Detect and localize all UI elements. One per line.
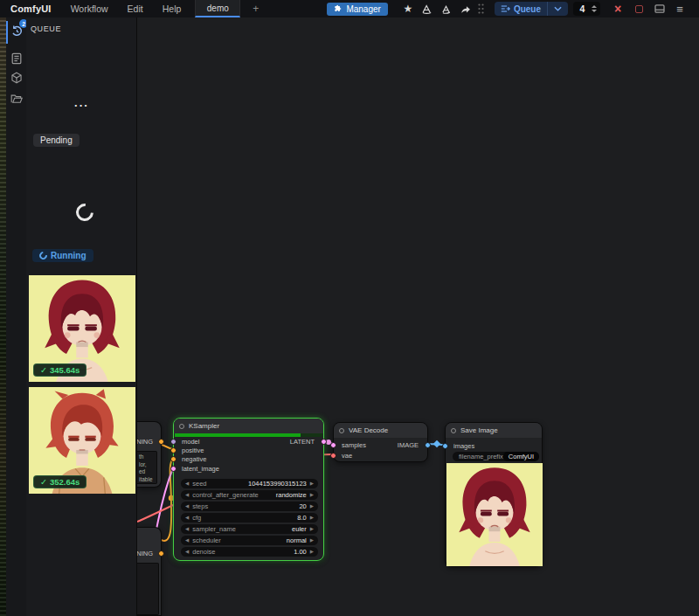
workflow-tabstrip: demo [195, 0, 240, 17]
prompt-line: ed [139, 468, 145, 474]
chevron-down-icon [554, 6, 562, 11]
node-title: KSampler [189, 422, 219, 430]
ksampler-node[interactable]: KSampler model positive negative latent_… [173, 418, 324, 561]
queue-overflow-button[interactable]: ... [26, 96, 137, 109]
stylized-a-icon-1[interactable] [418, 2, 437, 16]
menu-help[interactable]: Help [163, 3, 182, 14]
scheduler-widget[interactable]: ◀ scheduler normal ▶ [181, 536, 318, 545]
conditioning-output-label: NING [137, 550, 153, 557]
queue-result-thumbnail-1[interactable]: ✓ 345.64s [29, 275, 135, 382]
running-label-text: Running [51, 251, 87, 260]
share-arrow-icon[interactable] [456, 2, 475, 16]
denoise-widget[interactable]: ◀ denoise 1.00 ▶ [181, 547, 318, 557]
bottom-panel-toggle-icon[interactable] [650, 2, 669, 16]
collapse-dot-icon[interactable] [451, 428, 456, 433]
stop-icon[interactable] [635, 5, 643, 13]
widget-right-arrow[interactable]: ▶ [310, 538, 314, 543]
negative-input-dot[interactable] [170, 456, 176, 462]
cancel-run-button[interactable]: × [607, 2, 628, 16]
vae-input-dot[interactable] [330, 453, 336, 459]
clip-text-encode-node-2[interactable]: NING [137, 527, 162, 616]
drag-handle[interactable] [475, 2, 488, 16]
queue-tab-icon[interactable]: 2 [9, 23, 24, 38]
vae-decode-header[interactable]: VAE Decode [334, 423, 427, 438]
negative-input-label: negative [182, 455, 206, 463]
samples-input-dot[interactable] [330, 442, 336, 448]
node-title: Save Image [460, 426, 498, 434]
save-image-node[interactable]: Save Image images filename_prefix ComfyU… [445, 422, 543, 567]
decrement-icon[interactable] [592, 10, 597, 12]
widget-left-arrow[interactable]: ◀ [185, 493, 189, 498]
widget-left-arrow[interactable]: ◀ [185, 481, 189, 487]
node-title: VAE Decode [349, 426, 388, 434]
increment-decrement-icons[interactable] [592, 5, 600, 12]
prompt-textarea[interactable]: thlor,editable [137, 451, 157, 484]
filename-prefix-widget[interactable]: filename_prefix ComfyUI [453, 452, 536, 461]
saved-image-preview[interactable] [446, 463, 543, 566]
star-icon[interactable]: ★ [398, 2, 418, 16]
steps-widget[interactable]: ◀ steps 20 ▶ [181, 502, 318, 511]
latent-output-label: LATENT [290, 438, 315, 446]
clip-text-encode-node-1[interactable]: NING thlor,editable [137, 421, 162, 488]
pending-section-label[interactable]: Pending [33, 134, 80, 147]
app-logo[interactable]: ComfyUI [10, 3, 52, 14]
queue-result-thumbnail-2[interactable]: ✓ 352.64s [29, 387, 135, 494]
conditioning-output-dot[interactable] [158, 439, 164, 445]
sidebar-icon-rail: 2 [6, 17, 26, 616]
widget-left-arrow[interactable]: ◀ [185, 538, 189, 543]
model-input-label: model [182, 438, 199, 446]
widget-right-arrow[interactable]: ▶ [310, 527, 314, 532]
progress-fill [175, 433, 301, 437]
widget-left-arrow[interactable]: ◀ [185, 527, 189, 532]
model-library-icon[interactable] [9, 70, 24, 86]
latent-image-input-dot[interactable] [170, 466, 176, 472]
stylized-a-icon-2[interactable] [437, 2, 456, 16]
ksampler-header[interactable]: KSampler [174, 419, 323, 433]
queue-dropdown-button[interactable] [548, 6, 568, 11]
widget-right-arrow[interactable]: ▶ [310, 550, 314, 555]
menu-edit[interactable]: Edit [128, 3, 143, 14]
batch-count-stepper[interactable]: 4 [573, 2, 600, 16]
widget-right-arrow[interactable]: ▶ [310, 481, 314, 487]
menu-workflow[interactable]: Workflow [71, 3, 108, 14]
widget-left-arrow[interactable]: ◀ [185, 516, 189, 521]
widget-right-arrow[interactable]: ▶ [310, 493, 314, 498]
conditioning-output-dot[interactable] [158, 550, 164, 557]
queue-panel-title: QUEUE [31, 24, 61, 33]
control-after-generate-widget[interactable]: ◀ control_after_generate randomize ▶ [181, 490, 318, 500]
running-section-label[interactable]: Running [32, 249, 93, 262]
latent-output-dot[interactable] [321, 439, 327, 445]
increment-icon[interactable] [592, 5, 597, 8]
collapse-dot-icon[interactable] [339, 428, 344, 433]
prompt-textarea[interactable] [137, 563, 159, 615]
prompt-line: th [139, 453, 143, 460]
manager-button[interactable]: Manager [327, 3, 387, 16]
sampler-name-widget[interactable]: ◀ sampler_name euler ▶ [181, 524, 318, 534]
widget-right-arrow[interactable]: ▶ [310, 516, 314, 521]
widget-left-arrow[interactable]: ◀ [185, 504, 189, 509]
queue-button-label: Queue [514, 4, 541, 14]
cfg-widget[interactable]: ◀ cfg 8.0 ▶ [181, 513, 318, 523]
workflows-folder-icon[interactable] [9, 91, 24, 107]
tab-demo[interactable]: demo [195, 0, 240, 17]
menu-icon[interactable]: ≡ [669, 3, 690, 16]
image-output-label: IMAGE [398, 441, 419, 449]
batch-count-value: 4 [573, 3, 592, 14]
positive-input-dot[interactable] [170, 447, 176, 453]
new-workflow-button[interactable]: + [253, 3, 259, 15]
samples-input-label: samples [342, 441, 366, 449]
image-output-dot[interactable] [425, 442, 431, 448]
images-input-dot[interactable] [442, 443, 448, 449]
widget-right-arrow[interactable]: ▶ [310, 504, 314, 509]
model-input-dot[interactable] [170, 439, 176, 445]
node-graph-canvas[interactable]: NING thlor,editable NING KSampler model … [137, 17, 699, 616]
widget-value: randomize [276, 491, 307, 499]
collapse-dot-icon[interactable] [179, 424, 184, 429]
node-library-icon[interactable] [9, 51, 24, 66]
save-image-header[interactable]: Save Image [446, 423, 542, 438]
queue-button[interactable]: Queue [495, 4, 547, 14]
vae-decode-node[interactable]: VAE Decode samples vae IMAGE [333, 422, 428, 462]
widget-name: filename_prefix [459, 453, 503, 460]
seed-widget[interactable]: ◀ seed 1044153990315123 ▶ [181, 479, 318, 488]
widget-left-arrow[interactable]: ◀ [185, 550, 189, 555]
